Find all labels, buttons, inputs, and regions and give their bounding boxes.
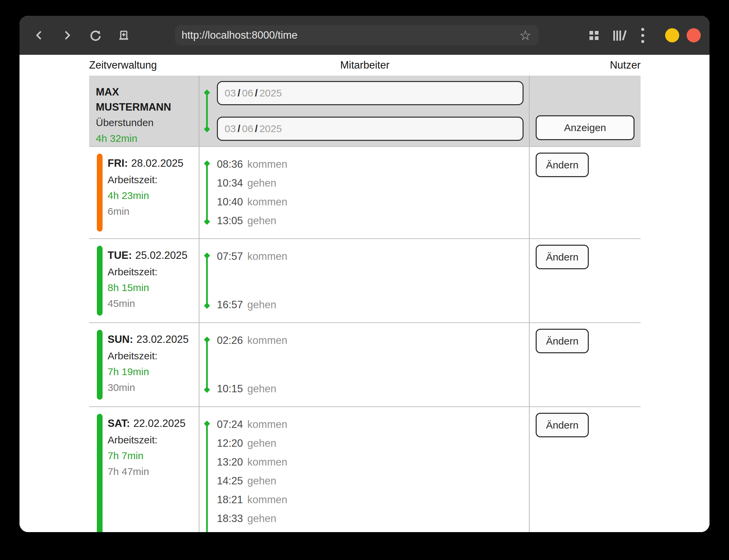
nav-item-mitarbeiter[interactable]: Mitarbeiter — [340, 59, 389, 71]
date-separator: / — [255, 123, 258, 134]
worktime-value: 7h 7min — [108, 448, 193, 464]
page-body: Zeitverwaltung Mitarbeiter Nutzer MAX MU… — [20, 55, 709, 532]
forward-button[interactable] — [58, 26, 77, 45]
day-row: SUN:23.02.2025 Arbeitszeit: 7h 19min 30m… — [89, 322, 641, 406]
entry-type: kommen — [247, 334, 287, 347]
date-range-cell: 03/06/2025 03/06/2025 — [199, 76, 530, 146]
time-table: MAX MUSTERMANN Überstunden 4h 32min 03/0… — [89, 76, 641, 532]
date-from-month[interactable]: 06 — [242, 87, 253, 99]
bookmark-star-icon[interactable]: ☆ — [519, 29, 531, 42]
time-entry: 08:36 kommen — [217, 155, 529, 174]
nav-item-nutzer[interactable]: Nutzer — [610, 59, 641, 71]
entry-time: 02:26 — [217, 334, 243, 347]
entry-time: 14:25 — [217, 475, 243, 487]
day-label: SAT: — [108, 417, 130, 429]
aendern-button[interactable]: Ändern — [536, 413, 589, 437]
minimize-window-button[interactable] — [665, 28, 679, 42]
time-entry: 14:25 gehen — [217, 472, 529, 490]
pause-value: 45min — [108, 295, 193, 311]
overtime-value: 4h 32min — [96, 130, 193, 146]
library-button[interactable] — [613, 30, 626, 41]
anzeigen-button[interactable]: Anzeigen — [536, 115, 635, 140]
day-label: TUE: — [108, 249, 132, 261]
day-row: SAT:22.02.2025 Arbeitszeit: 7h 7min 7h 4… — [89, 406, 641, 532]
new-tab-button[interactable] — [114, 26, 133, 45]
day-status-bar — [97, 154, 103, 232]
day-row: TUE:25.02.2025 Arbeitszeit: 8h 15min 45m… — [89, 238, 641, 322]
aendern-button[interactable]: Ändern — [536, 245, 589, 269]
entry-type: kommen — [247, 456, 287, 468]
time-entry: 07:57 kommen — [217, 247, 529, 266]
worktime-value: 8h 15min — [108, 280, 193, 295]
timeline-line — [206, 255, 208, 306]
worktime-label: Arbeitszeit: — [108, 432, 193, 448]
time-entry: 18:21 kommen — [217, 490, 529, 509]
entry-time: 12:20 — [217, 437, 243, 449]
entry-time: 13:05 — [217, 215, 243, 227]
day-rows-container: FRI:28.02.2025 Arbeitszeit: 4h 23min 6mi… — [89, 146, 641, 532]
close-window-button[interactable] — [687, 28, 701, 42]
entry-time: 07:24 — [217, 418, 243, 431]
day-date: 23.02.2025 — [137, 333, 189, 345]
time-entry: 13:05 gehen — [217, 211, 529, 230]
time-entries: 02:26 kommen 10:15 gehen — [217, 331, 529, 398]
titlebar-right-icons — [575, 26, 701, 44]
url-text[interactable]: http://localhost:8000/time — [182, 29, 519, 41]
day-times-cell: 08:36 kommen 10:34 gehen 10:40 kommen 13… — [199, 147, 530, 238]
timeline-line — [206, 339, 208, 390]
day-action-cell: Ändern — [530, 147, 641, 238]
employee-name-line2: MUSTERMANN — [96, 99, 193, 115]
entry-time: 10:15 — [217, 383, 243, 395]
url-bar[interactable]: http://localhost:8000/time ☆ — [175, 25, 539, 45]
date-to-day[interactable]: 03 — [225, 123, 236, 134]
grid-icon — [589, 31, 599, 40]
date-to-input[interactable]: 03/06/2025 — [217, 117, 524, 141]
date-separator: / — [237, 87, 240, 99]
date-from-year[interactable]: 2025 — [259, 87, 282, 99]
reload-button[interactable] — [86, 26, 105, 45]
entry-type: kommen — [247, 196, 287, 208]
time-entry: 07:24 kommen — [217, 415, 529, 434]
menu-button[interactable] — [641, 26, 644, 44]
new-tab-icon — [117, 29, 130, 42]
worktime-label: Arbeitszeit: — [108, 264, 193, 280]
forward-arrow-icon — [61, 29, 73, 41]
back-button[interactable] — [30, 26, 48, 45]
time-entry: 16:57 gehen — [217, 295, 529, 314]
date-from-input[interactable]: 03/06/2025 — [217, 81, 524, 105]
time-entries: 07:57 kommen 16:57 gehen — [217, 247, 529, 314]
day-action-cell: Ändern — [530, 323, 641, 406]
time-entry: 10:34 gehen — [217, 174, 529, 193]
day-title: SUN:23.02.2025 — [108, 331, 193, 348]
timeline-line — [206, 163, 208, 222]
reload-icon — [89, 29, 102, 42]
day-summary-cell: FRI:28.02.2025 Arbeitszeit: 4h 23min 6mi… — [89, 147, 199, 238]
entry-time: 21:34 — [217, 531, 243, 532]
day-status-bar — [97, 414, 103, 532]
entry-time: 16:57 — [217, 299, 243, 311]
worktime-value: 7h 19min — [108, 364, 193, 379]
pause-value: 30min — [108, 379, 193, 395]
entry-time: 18:21 — [217, 494, 243, 506]
kebab-menu-icon — [641, 26, 644, 44]
entry-time: 10:34 — [217, 177, 243, 189]
entry-time: 13:20 — [217, 456, 243, 468]
tab-overview-button[interactable] — [589, 31, 599, 40]
aendern-button[interactable]: Ändern — [536, 329, 589, 353]
day-title: SAT:22.02.2025 — [108, 415, 193, 432]
entry-type: gehen — [247, 215, 276, 227]
date-to-month[interactable]: 06 — [242, 123, 253, 134]
day-label: SUN: — [108, 333, 133, 345]
date-range-timeline-line — [206, 92, 208, 129]
overtime-label: Überstunden — [96, 115, 193, 130]
day-status-bar — [97, 330, 103, 400]
day-summary-cell: TUE:25.02.2025 Arbeitszeit: 8h 15min 45m… — [89, 239, 199, 322]
back-arrow-icon — [33, 29, 45, 41]
entry-time: 08:36 — [217, 158, 243, 170]
date-from-day[interactable]: 03 — [225, 87, 236, 99]
day-row: FRI:28.02.2025 Arbeitszeit: 4h 23min 6mi… — [89, 146, 641, 238]
day-date: 25.02.2025 — [135, 249, 187, 261]
nav-item-zeitverwaltung[interactable]: Zeitverwaltung — [89, 59, 157, 71]
aendern-button[interactable]: Ändern — [536, 153, 589, 177]
date-to-year[interactable]: 2025 — [259, 123, 282, 134]
